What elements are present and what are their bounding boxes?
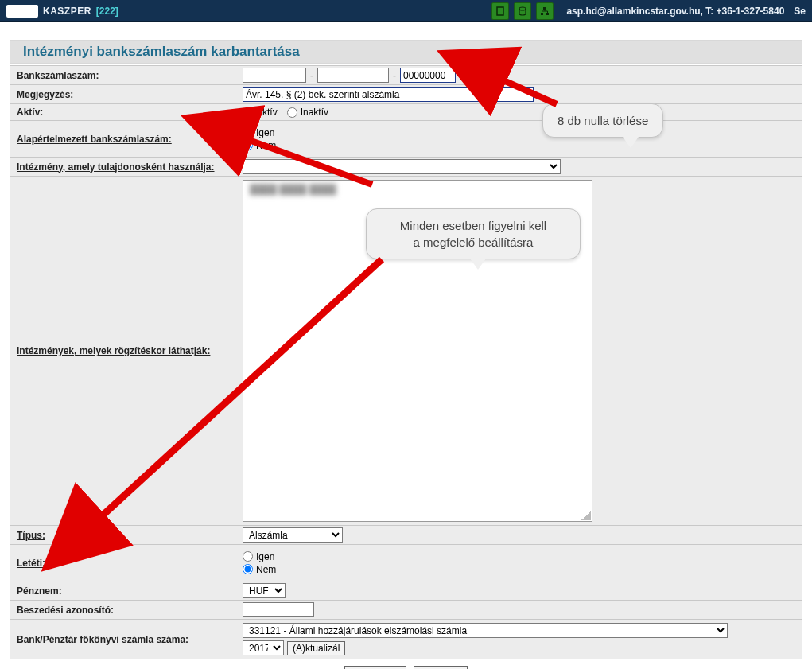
label-tipus: Típus: — [10, 526, 239, 544]
acct-part3-input[interactable] — [400, 68, 456, 83]
radio-leteti-igen[interactable]: Igen — [243, 551, 274, 562]
penznem-select[interactable]: HUF — [243, 583, 286, 598]
label-penznem: Pénznem: — [10, 581, 239, 600]
label-leteti: Letéti: — [10, 545, 239, 581]
svg-point-1 — [519, 7, 526, 10]
label-tulaj: Intézmény, amely tulajdonosként használj… — [10, 158, 239, 176]
top-bar: KASZPER [222] asp.hd@allamkincstar.gov.h… — [0, 0, 812, 22]
radio-aktiv[interactable]: Aktív — [243, 107, 278, 118]
fokonyv-select[interactable]: 331121 - Állami hozzájárulások elszámolá… — [243, 623, 728, 638]
beszed-input[interactable] — [243, 602, 314, 617]
acct-part1-input[interactable] — [243, 68, 306, 83]
row-tipus: Típus: Alszámla — [10, 525, 802, 544]
aktualizal-button[interactable]: (A)ktualizál — [287, 641, 345, 655]
form: Bankszámlaszám: - - Megjegyzés: Aktív: A… — [10, 65, 802, 659]
label-fokonyv: Bank/Pénztár főkönyvi számla száma: — [10, 620, 239, 659]
tulaj-select[interactable] — [243, 159, 561, 174]
acct-part2-input[interactable] — [317, 68, 389, 83]
row-leteti: Letéti: Igen Nem — [10, 544, 802, 581]
page-title-row: Intézményi bankszámlaszám karbantartása — [10, 40, 802, 64]
svg-rect-0 — [497, 7, 503, 15]
megsem-button[interactable]: (M)égsem — [414, 666, 468, 669]
ev-select[interactable]: 2017 — [243, 640, 284, 655]
radio-leteti-nem[interactable]: Nem — [243, 564, 276, 575]
svg-rect-3 — [541, 13, 543, 15]
dash1: - — [310, 70, 313, 81]
trail-text: Se — [794, 6, 806, 17]
label-alap: Alapértelmezett bankszámlaszám: — [10, 121, 239, 157]
row-alap: Alapértelmezett bankszámlaszám: Igen Nem — [10, 120, 802, 157]
row-beszed: Beszedési azonosító: — [10, 600, 802, 619]
dash2: - — [393, 70, 396, 81]
annotation-callout-2: Minden esetben figyelni kell a megfelelő… — [366, 208, 581, 259]
radio-inaktiv[interactable]: Inaktív — [287, 107, 328, 118]
radio-alap-igen[interactable]: Igen — [243, 127, 274, 138]
logo-placeholder — [6, 5, 38, 18]
label-bankszam: Bankszámlaszám: — [10, 66, 239, 84]
sitemap-icon[interactable] — [536, 2, 554, 20]
row-bankszam: Bankszámlaszám: - - — [10, 65, 802, 84]
blurred-content: ████ ████ ████ — [243, 181, 592, 198]
label-aktiv: Aktív: — [10, 104, 239, 120]
resize-handle-icon — [581, 511, 591, 520]
label-beszed: Beszedési azonosító: — [10, 601, 239, 619]
row-tulaj: Intézmény, amely tulajdonosként használj… — [10, 157, 802, 176]
radio-alap-nem[interactable]: Nem — [243, 140, 276, 151]
row-penznem: Pénznem: HUF — [10, 581, 802, 600]
svg-rect-4 — [546, 13, 549, 15]
label-megj: Megjegyzés: — [10, 85, 239, 103]
annotation-callout-1: 8 db nulla törlése — [542, 103, 663, 138]
page-title: Intézményi bankszámlaszám karbantartása — [23, 44, 789, 60]
row-megj: Megjegyzés: — [10, 84, 802, 103]
database-icon[interactable] — [514, 2, 531, 20]
contact-info: asp.hd@allamkincstar.gov.hu, T: +36-1-32… — [566, 6, 784, 17]
modositas-button[interactable]: Mód(o)sítás — [344, 666, 406, 669]
button-row: Mód(o)sítás (M)égsem — [0, 659, 812, 669]
megj-input[interactable] — [243, 87, 534, 102]
label-lathat: Intézmények, melyek rögzítéskor láthatjá… — [10, 177, 239, 525]
row-aktiv: Aktív: Aktív Inaktív — [10, 103, 802, 120]
app-name: KASZPER — [43, 6, 91, 17]
tipus-select[interactable]: Alszámla — [243, 527, 343, 543]
export-icon[interactable] — [491, 2, 509, 20]
row-fokonyv: Bank/Pénztár főkönyvi számla száma: 3311… — [10, 619, 802, 659]
svg-rect-2 — [543, 7, 546, 10]
app-code: [222] — [96, 6, 118, 17]
